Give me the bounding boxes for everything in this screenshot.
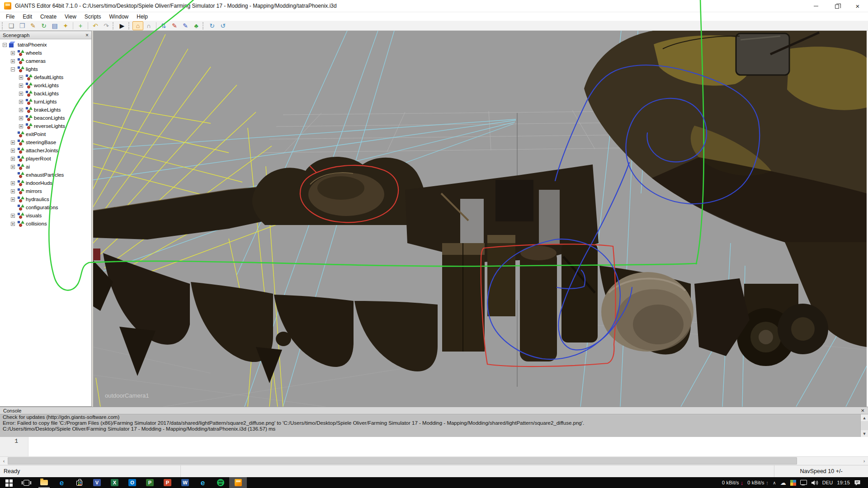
- console-output[interactable]: Check for updates (http://gdn.giants-sof…: [0, 414, 868, 437]
- scroll-down-icon[interactable]: ▼: [861, 430, 868, 437]
- toolbar-grip[interactable]: [128, 22, 132, 29]
- save-file-button[interactable]: ▤: [49, 21, 60, 30]
- toolbar-separator[interactable]: [88, 22, 88, 29]
- onedrive-icon[interactable]: ☁: [780, 479, 786, 486]
- menu-item[interactable]: File: [2, 13, 19, 21]
- powerpoint-app[interactable]: P P: [159, 477, 176, 488]
- terrain-foliage-button[interactable]: ♣: [191, 21, 202, 30]
- spotify-app[interactable]: [212, 477, 229, 488]
- tree-node[interactable]: + hydraulics: [0, 195, 91, 203]
- console-header[interactable]: Console ×: [0, 407, 868, 414]
- file-explorer-app[interactable]: [35, 477, 53, 488]
- task-view-button[interactable]: [18, 477, 35, 488]
- tree-node[interactable]: + visuals: [0, 211, 91, 220]
- console-scrollbar[interactable]: ▲ ▼: [860, 414, 868, 437]
- menu-item[interactable]: Create: [36, 13, 61, 21]
- scroll-left-icon[interactable]: ‹: [0, 457, 8, 465]
- redo-button[interactable]: ↷: [101, 21, 112, 30]
- scroll-up-icon[interactable]: ▲: [861, 414, 868, 421]
- expander-icon[interactable]: +: [19, 100, 23, 104]
- scenegraph-close-icon[interactable]: ×: [85, 33, 90, 38]
- tree-node[interactable]: + attacherJoints: [0, 146, 91, 155]
- menu-item[interactable]: Window: [105, 13, 133, 21]
- tray-expand-icon[interactable]: ∧: [773, 480, 776, 485]
- toolbar-grip[interactable]: [113, 22, 116, 29]
- toolbar-separator[interactable]: [156, 22, 156, 29]
- toolbar-separator[interactable]: [73, 22, 73, 29]
- tree-node[interactable]: + beaconLights: [0, 114, 91, 122]
- horizontal-scrollbar[interactable]: ‹ ›: [0, 456, 868, 465]
- tree-node[interactable]: − tatraPhoenix: [0, 41, 91, 49]
- tree-node[interactable]: − lights: [0, 65, 91, 73]
- add-object-button[interactable]: +: [75, 21, 86, 30]
- terrain-paint-button[interactable]: ✎: [169, 21, 180, 30]
- tree-node[interactable]: configurations: [0, 203, 91, 211]
- visio-app[interactable]: V V: [88, 477, 106, 488]
- edge-app[interactable]: e e: [53, 477, 71, 488]
- excel-app[interactable]: X X: [106, 477, 123, 488]
- expander-icon[interactable]: +: [11, 59, 15, 63]
- tree-node[interactable]: exhaustParticles: [0, 171, 91, 179]
- net-upload-indicator[interactable]: 0 kBit/s ↑: [747, 479, 769, 486]
- tree-node[interactable]: + mirrors: [0, 187, 91, 195]
- volume-icon[interactable]: [811, 480, 818, 486]
- network-icon[interactable]: [800, 480, 807, 485]
- tree-node[interactable]: + backLights: [0, 89, 91, 98]
- expander-icon[interactable]: +: [11, 157, 15, 161]
- tree-node[interactable]: + collisions: [0, 220, 91, 228]
- scenegraph-header[interactable]: Scenegraph ×: [0, 31, 91, 39]
- project-app[interactable]: P P: [141, 477, 159, 488]
- console-close-icon[interactable]: ×: [859, 408, 866, 413]
- new-file-button[interactable]: ❏: [6, 21, 17, 30]
- action-center-icon[interactable]: [854, 479, 861, 486]
- menu-item[interactable]: Edit: [19, 13, 36, 21]
- expander-icon[interactable]: +: [11, 181, 15, 185]
- menu-item[interactable]: Help: [132, 13, 152, 21]
- expander-icon[interactable]: +: [11, 197, 15, 202]
- expander-icon[interactable]: +: [19, 84, 23, 88]
- tree-node[interactable]: + reverseLights: [0, 122, 91, 130]
- word-app[interactable]: W W: [176, 477, 194, 488]
- giants-editor-app[interactable]: [229, 477, 247, 488]
- tree-node[interactable]: + workLights: [0, 81, 91, 89]
- scroll-right-icon[interactable]: ›: [860, 457, 868, 465]
- export-button[interactable]: ✦: [60, 21, 71, 30]
- play-button[interactable]: ▶: [117, 21, 127, 30]
- tree-node[interactable]: + turnLights: [0, 98, 91, 106]
- expander-icon[interactable]: +: [19, 75, 23, 80]
- tree-node[interactable]: + cameras: [0, 57, 91, 65]
- restore-button[interactable]: [826, 0, 847, 12]
- toolbar-grip[interactable]: [203, 22, 206, 29]
- tree-node[interactable]: + indoorHuds: [0, 179, 91, 187]
- start-button[interactable]: [0, 477, 18, 488]
- titlebar[interactable]: GIANTS Editor 64bit 7.1.0 - C:/Users/tim…: [0, 0, 868, 12]
- expander-icon[interactable]: +: [11, 189, 15, 193]
- script-input[interactable]: [28, 437, 868, 456]
- expander-icon[interactable]: −: [11, 67, 15, 71]
- antivirus-icon[interactable]: [790, 480, 796, 486]
- close-button[interactable]: ×: [847, 0, 868, 12]
- camera-home-button[interactable]: ⌂: [132, 21, 143, 30]
- script-editor[interactable]: 1: [0, 437, 868, 456]
- reload-shaders-button[interactable]: ↻: [207, 21, 217, 30]
- tree-node[interactable]: + defaultLights: [0, 73, 91, 81]
- tree-node[interactable]: + steeringBase: [0, 138, 91, 146]
- minimize-button[interactable]: [806, 0, 826, 12]
- internet-explorer-app[interactable]: e e: [194, 477, 212, 488]
- menu-item[interactable]: View: [61, 13, 80, 21]
- reload-file-button[interactable]: ↻: [38, 21, 49, 30]
- expander-icon[interactable]: +: [11, 214, 15, 218]
- expander-icon[interactable]: +: [19, 124, 23, 128]
- scrollbar-thumb[interactable]: [8, 457, 797, 465]
- expander-icon[interactable]: +: [19, 116, 23, 120]
- store-app[interactable]: [71, 477, 88, 488]
- expander-icon[interactable]: +: [19, 92, 23, 96]
- viewport-3d[interactable]: outdoorCamera1: [93, 31, 867, 407]
- terrain-info-paint-button[interactable]: ✎: [180, 21, 191, 30]
- expander-icon[interactable]: +: [11, 51, 15, 55]
- tree-node[interactable]: exitPoint: [0, 130, 91, 138]
- menu-item[interactable]: Scripts: [80, 13, 105, 21]
- toolbar-grip[interactable]: [2, 22, 5, 29]
- expander-icon[interactable]: +: [19, 108, 23, 112]
- undo-button[interactable]: ↶: [90, 21, 101, 30]
